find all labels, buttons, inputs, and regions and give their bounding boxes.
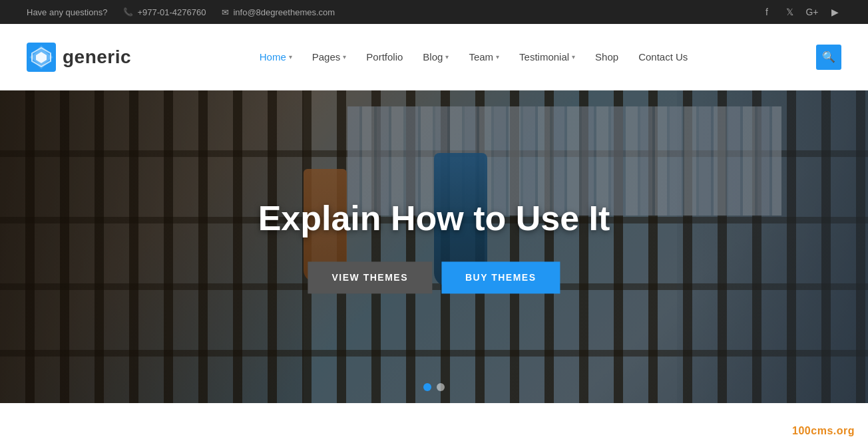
slider-dots (423, 383, 445, 391)
topbar-phone: +977-01-4276760 (123, 7, 206, 17)
youtube-icon: ▶ (831, 7, 839, 17)
nav-link-pages[interactable]: Pages ▾ (304, 45, 355, 69)
hero-buttons: VIEW THEMES BUY THEMES (87, 262, 781, 294)
slider-dot-2[interactable] (437, 383, 445, 391)
nav-item-blog: Blog ▾ (415, 45, 457, 69)
nav-label-shop: Shop (595, 51, 618, 63)
topbar-social: f 𝕏 G+ ▶ (760, 5, 841, 19)
nav-label-contact: Contact Us (638, 51, 688, 63)
nav-item-pages: Pages ▾ (304, 45, 355, 69)
logo-link[interactable]: generic (27, 43, 131, 72)
nav-item-home: Home ▾ (252, 45, 300, 69)
topbar-email: info@8degreethemes.com (222, 7, 335, 17)
nav-link-portfolio[interactable]: Portfolio (358, 45, 411, 69)
team-caret-icon: ▾ (496, 53, 499, 61)
navbar: generic Home ▾ Pages ▾ Portfolio Blog ▾ (0, 24, 868, 90)
testimonial-caret-icon: ▾ (572, 53, 575, 61)
pages-caret-icon: ▾ (343, 53, 346, 61)
facebook-link[interactable]: f (760, 5, 773, 19)
nav-label-pages: Pages (312, 51, 341, 63)
nav-label-blog: Blog (423, 51, 443, 63)
nav-link-home[interactable]: Home ▾ (252, 45, 300, 69)
phone-icon (123, 7, 133, 17)
phone-number: +977-01-4276760 (137, 7, 206, 17)
nav-link-team[interactable]: Team ▾ (461, 45, 507, 69)
nav-item-portfolio: Portfolio (358, 45, 411, 69)
nav-label-team: Team (469, 51, 493, 63)
logo-icon (27, 43, 56, 72)
search-button[interactable]: 🔍 (816, 45, 841, 70)
view-themes-button[interactable]: VIEW THEMES (308, 262, 432, 294)
nav-label-testimonial: Testimonial (519, 51, 569, 63)
search-icon: 🔍 (822, 51, 835, 63)
hero-content: Explain How to Use It VIEW THEMES BUY TH… (87, 200, 781, 293)
logo-text: generic (63, 47, 131, 68)
twitter-link[interactable]: 𝕏 (783, 5, 796, 19)
facebook-icon: f (765, 7, 768, 17)
topbar-left: Have any questions? +977-01-4276760 info… (27, 7, 335, 17)
hero-section: Explain How to Use It VIEW THEMES BUY TH… (0, 90, 868, 403)
nav-item-contact: Contact Us (630, 45, 696, 69)
topbar-question: Have any questions? (27, 7, 107, 17)
home-caret-icon: ▾ (289, 53, 292, 61)
nav-link-contact[interactable]: Contact Us (630, 45, 696, 69)
nav-item-shop: Shop (587, 45, 626, 69)
nav-menu: Home ▾ Pages ▾ Portfolio Blog ▾ Team ▾ (252, 45, 696, 69)
mail-icon (222, 7, 229, 17)
nav-item-team: Team ▾ (461, 45, 507, 69)
google-plus-link[interactable]: G+ (805, 5, 819, 19)
youtube-link[interactable]: ▶ (828, 5, 841, 19)
buy-themes-button[interactable]: BUY THEMES (441, 262, 560, 294)
nav-label-home: Home (260, 51, 286, 63)
email-address: info@8degreethemes.com (233, 7, 335, 17)
slider-dot-1[interactable] (423, 383, 431, 391)
nav-link-testimonial[interactable]: Testimonial ▾ (511, 45, 583, 69)
nav-link-shop[interactable]: Shop (587, 45, 626, 69)
google-plus-icon: G+ (805, 7, 818, 17)
hero-title: Explain How to Use It (87, 200, 781, 237)
nav-link-blog[interactable]: Blog ▾ (415, 45, 457, 69)
topbar: Have any questions? +977-01-4276760 info… (0, 0, 868, 24)
blog-caret-icon: ▾ (445, 53, 449, 61)
nav-label-portfolio: Portfolio (366, 51, 403, 63)
twitter-icon: 𝕏 (786, 7, 793, 17)
nav-item-testimonial: Testimonial ▾ (511, 45, 583, 69)
